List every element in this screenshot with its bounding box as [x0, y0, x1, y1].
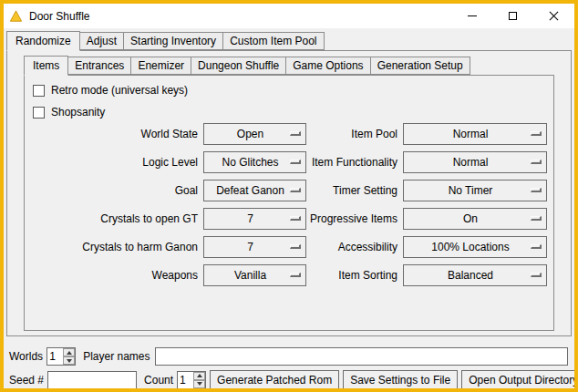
primary-notebook: Randomize Adjust Starting Inventory Cust… — [6, 30, 572, 336]
dropdown-value: Normal — [453, 156, 498, 169]
dropdown-indicator-icon — [290, 216, 301, 221]
field-label: Item Functionality — [309, 156, 397, 169]
triangle-up-icon — [67, 351, 72, 355]
form-column-left: World State Open Logic Level No Glitches — [32, 123, 306, 293]
spin-up-button[interactable] — [63, 348, 75, 356]
worlds-input[interactable] — [47, 348, 63, 365]
seed-label: Seed # — [9, 374, 44, 387]
crystals-open-gt-dropdown[interactable]: 7 — [203, 208, 306, 230]
goal-dropdown[interactable]: Defeat Ganon — [203, 180, 306, 201]
worlds-row: Worlds Player names — [9, 346, 568, 366]
randomize-pane: Items Entrances Enemizer Dungeon Shuffle… — [6, 50, 572, 336]
retro-mode-label: Retro mode (universal keys) — [51, 84, 188, 97]
primary-tabstrip: Randomize Adjust Starting Inventory Cust… — [6, 30, 572, 50]
field-label: Item Sorting — [309, 269, 397, 282]
dropdown-value: Open — [237, 128, 273, 140]
client-area: Randomize Adjust Starting Inventory Cust… — [4, 30, 574, 390]
player-names-input[interactable] — [155, 347, 569, 366]
world-state-dropdown[interactable]: Open — [203, 123, 306, 145]
shopsanity-checkbox[interactable]: Shopsanity — [33, 106, 105, 119]
dropdown-value: 100% Locations — [431, 241, 518, 253]
checkbox-unchecked-icon — [33, 107, 45, 119]
items-pane: Retro mode (universal keys) Shopsanity W… — [24, 75, 554, 331]
player-names-label: Player names — [83, 350, 150, 363]
logic-level-dropdown[interactable]: No Glitches — [203, 151, 306, 173]
tab-dungeon-shuffle[interactable]: Dungeon Shuffle — [191, 57, 286, 75]
spin-up-button[interactable] — [193, 372, 205, 380]
crystals-harm-ganon-dropdown[interactable]: 7 — [203, 236, 306, 258]
spin-down-button[interactable] — [63, 356, 75, 365]
item-functionality-dropdown[interactable]: Normal — [403, 151, 547, 173]
close-icon — [549, 11, 559, 21]
count-spinner — [177, 371, 206, 389]
worlds-spin-arrows — [63, 348, 75, 365]
window-controls — [451, 4, 574, 28]
open-output-directory-button[interactable]: Open Output Directory — [461, 370, 578, 390]
tab-items[interactable]: Items — [24, 56, 68, 76]
worlds-spinner — [46, 347, 76, 366]
titlebar: Door Shuffle — [4, 4, 574, 28]
dropdown-indicator-icon — [531, 188, 542, 192]
field-label: Timer Setting — [309, 184, 397, 197]
accessibility-dropdown[interactable]: 100% Locations — [403, 236, 547, 258]
form-row: Crystals to harm Ganon 7 — [32, 236, 306, 258]
dropdown-indicator-icon — [290, 131, 301, 136]
save-settings-button[interactable]: Save Settings to File — [343, 370, 458, 390]
form-column-right: Item Pool Normal Item Functionality Norm… — [309, 123, 547, 293]
item-pool-dropdown[interactable]: Normal — [403, 123, 547, 145]
generate-patched-rom-button[interactable]: Generate Patched Rom — [210, 370, 339, 390]
dropdown-value: Defeat Ganon — [216, 184, 294, 197]
field-label: Crystals to harm Ganon — [32, 241, 198, 253]
tab-enemizer[interactable]: Enemizer — [130, 57, 191, 75]
app-window: Door Shuffle Randomize Adjust Starting I… — [0, 0, 578, 392]
triangle-up-icon — [197, 374, 202, 377]
dropdown-indicator-icon — [531, 160, 542, 164]
tab-adjust[interactable]: Adjust — [79, 32, 124, 50]
dropdown-indicator-icon — [290, 273, 301, 277]
item-sorting-dropdown[interactable]: Balanced — [403, 264, 547, 286]
tab-custom-item-pool[interactable]: Custom Item Pool — [222, 32, 324, 50]
timer-setting-dropdown[interactable]: No Timer — [403, 180, 547, 201]
field-label: Goal — [32, 184, 198, 197]
tab-entrances[interactable]: Entrances — [67, 57, 131, 75]
minimize-button[interactable] — [451, 4, 492, 28]
maximize-button[interactable] — [492, 4, 533, 28]
seed-input[interactable] — [47, 371, 137, 389]
count-spin-arrows — [193, 372, 205, 388]
field-label: World State — [32, 128, 198, 140]
seed-row: Seed # Count Generate Patched Rom Save S… — [9, 369, 568, 390]
app-icon — [9, 10, 23, 23]
form-row: Goal Defeat Ganon — [32, 180, 306, 201]
field-label: Item Pool — [309, 128, 397, 140]
worlds-label: Worlds — [9, 350, 43, 363]
count-input[interactable] — [178, 372, 193, 388]
form-row: Item Functionality Normal — [309, 151, 547, 173]
dropdown-value: Vanilla — [234, 269, 275, 282]
tab-generation-setup[interactable]: Generation Setup — [370, 57, 470, 75]
form-row: Crystals to open GT 7 — [32, 208, 306, 230]
close-button[interactable] — [533, 4, 574, 28]
dropdown-indicator-icon — [290, 160, 301, 164]
field-label: Weapons — [32, 269, 198, 282]
triangle-down-icon — [67, 359, 72, 363]
window-title: Door Shuffle — [29, 10, 90, 23]
tab-randomize[interactable]: Randomize — [6, 31, 80, 51]
form-row: Accessibility 100% Locations — [309, 236, 547, 258]
progressive-items-dropdown[interactable]: On — [403, 208, 547, 230]
tab-starting-inventory[interactable]: Starting Inventory — [123, 32, 223, 50]
secondary-tabstrip: Items Entrances Enemizer Dungeon Shuffle… — [24, 55, 554, 75]
dropdown-value: No Glitches — [222, 156, 287, 169]
field-label: Crystals to open GT — [32, 212, 198, 225]
triangle-down-icon — [197, 382, 202, 386]
field-label: Logic Level — [32, 156, 198, 169]
spin-down-button[interactable] — [193, 380, 205, 388]
retro-mode-checkbox[interactable]: Retro mode (universal keys) — [33, 84, 188, 97]
secondary-notebook: Items Entrances Enemizer Dungeon Shuffle… — [24, 55, 554, 331]
dropdown-value: Balanced — [448, 269, 502, 282]
dropdown-indicator-icon — [290, 188, 301, 192]
minimize-icon — [468, 15, 477, 16]
dropdown-value: Normal — [453, 128, 498, 140]
tab-game-options[interactable]: Game Options — [285, 57, 370, 75]
dropdown-value: No Timer — [449, 184, 502, 197]
weapons-dropdown[interactable]: Vanilla — [203, 264, 306, 286]
